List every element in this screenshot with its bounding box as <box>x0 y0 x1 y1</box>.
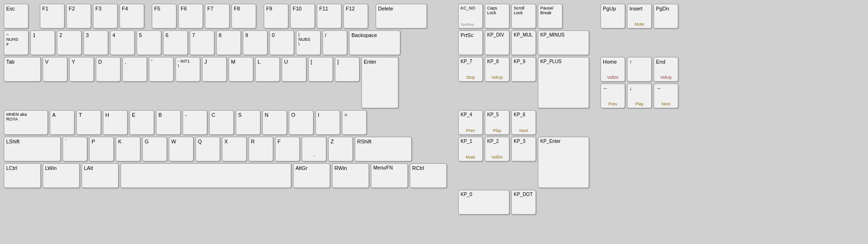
key-g[interactable]: G <box>142 137 167 161</box>
key-y[interactable]: Y <box>69 57 94 82</box>
key-m[interactable]: M <box>229 57 253 82</box>
key-int1[interactable]: - INT1 \ <box>175 57 200 82</box>
key-kcno[interactable]: KC_NO SysReq <box>458 4 483 28</box>
key-1[interactable]: 1 <box>30 30 55 55</box>
key-q[interactable]: Q <box>195 137 220 161</box>
key-f7[interactable]: F7 <box>205 4 230 28</box>
key-2[interactable]: 2 <box>57 30 82 55</box>
key-enter[interactable]: Enter <box>361 57 398 108</box>
key-6[interactable]: 6 <box>163 30 188 55</box>
key-f9[interactable]: F9 <box>264 4 288 28</box>
key-capslock[interactable]: Caps Lock <box>485 4 509 28</box>
key-kp3[interactable]: KP_3 <box>511 137 536 161</box>
key-f[interactable]: F <box>275 137 300 161</box>
key-o[interactable]: O <box>289 110 314 135</box>
key-kp-enter[interactable]: KP_Enter <box>538 137 589 188</box>
key-s[interactable]: S <box>236 110 260 135</box>
key-f8[interactable]: F8 <box>231 4 256 28</box>
key-delete[interactable]: Delete <box>376 4 427 28</box>
key-a[interactable]: A <box>50 110 74 135</box>
key-home[interactable]: Home VolDn <box>600 57 625 82</box>
key-nubs[interactable]: | NUBS \ <box>296 30 321 55</box>
key-slash[interactable]: / <box>323 30 347 55</box>
key-f11[interactable]: F11 <box>317 4 342 28</box>
key-8[interactable]: 8 <box>216 30 241 55</box>
key-esc[interactable]: Esc <box>4 4 28 28</box>
key-r[interactable]: R <box>249 137 273 161</box>
key-7[interactable]: 7 <box>190 30 214 55</box>
key-b[interactable]: B <box>156 110 181 135</box>
key-e[interactable]: E <box>129 110 154 135</box>
key-comma[interactable]: , <box>122 57 147 82</box>
key-backtick[interactable]: ` <box>63 137 87 161</box>
key-kp-div[interactable]: KP_DIV <box>485 30 509 55</box>
key-kp7[interactable]: KP_7 Stop <box>458 57 483 82</box>
key-pgup[interactable]: PgUp <box>600 4 625 28</box>
key-5[interactable]: 5 <box>137 30 161 55</box>
key-f5[interactable]: F5 <box>152 4 176 28</box>
key-backspace[interactable]: Backspace <box>349 30 400 55</box>
key-tab[interactable]: Tab <box>4 57 41 82</box>
key-l[interactable]: L <box>255 57 280 82</box>
key-kp1[interactable]: KP_1 Mute <box>458 137 483 161</box>
key-kp-mul[interactable]: KP_MUL <box>511 30 536 55</box>
key-f4[interactable]: F4 <box>120 4 144 28</box>
key-mhen[interactable]: MHEN aka ROYA <box>4 110 48 135</box>
key-equals[interactable]: = <box>342 110 367 135</box>
key-i[interactable]: I <box>315 110 340 135</box>
key-lwin[interactable]: LWin <box>43 163 80 188</box>
key-altgr[interactable]: AltGr <box>293 163 330 188</box>
key-f3[interactable]: F3 <box>93 4 118 28</box>
key-c[interactable]: C <box>209 110 234 135</box>
key-dash-mid[interactable]: - <box>183 110 207 135</box>
key-f1[interactable]: F1 <box>40 4 65 28</box>
key-d[interactable]: D <box>96 57 120 82</box>
key-lctrl[interactable]: LCtrl <box>4 163 41 188</box>
key-tilde-nuhs[interactable]: ~ NUHS # <box>4 30 28 55</box>
key-x[interactable]: X <box>222 137 247 161</box>
key-f2[interactable]: F2 <box>66 4 91 28</box>
key-4[interactable]: 4 <box>110 30 135 55</box>
key-kp9[interactable]: KP_9 <box>511 57 536 82</box>
key-z[interactable]: Z <box>328 137 353 161</box>
key-kp4[interactable]: KP_4 Prev <box>458 110 483 135</box>
key-0[interactable]: 0 <box>269 30 294 55</box>
key-pause-break[interactable]: Pause/ Break <box>538 4 563 28</box>
key-9[interactable]: 9 <box>243 30 268 55</box>
key-kpdot[interactable]: KP_DOT <box>511 190 536 215</box>
key-up-arrow[interactable]: ↑ <box>627 57 652 82</box>
key-t[interactable]: T <box>76 110 101 135</box>
key-close-bracket[interactable]: ] <box>335 57 360 82</box>
key-kp-minus[interactable]: KP_MINUS <box>538 30 589 55</box>
key-insert[interactable]: Insert Mute <box>627 4 652 28</box>
key-f10[interactable]: F10 <box>290 4 315 28</box>
key-down-arrow[interactable]: ↓ Play <box>627 84 652 108</box>
key-n[interactable]: N <box>262 110 287 135</box>
key-right-arrow[interactable]: → Next <box>654 84 678 108</box>
key-3[interactable]: 3 <box>83 30 108 55</box>
key-scrolllock[interactable]: Scroll Lock <box>511 4 536 28</box>
key-h[interactable]: H <box>103 110 128 135</box>
key-u[interactable]: U <box>282 57 306 82</box>
key-lalt[interactable]: LAlt <box>82 163 119 188</box>
key-kp-plus[interactable]: KP_PLUS <box>538 57 589 108</box>
key-j[interactable]: J <box>202 57 227 82</box>
key-kp0[interactable]: KP_0 <box>458 190 509 215</box>
key-rwin[interactable]: RWin <box>332 163 369 188</box>
key-prtsc[interactable]: PrtSc <box>458 30 483 55</box>
key-w[interactable]: W <box>169 137 194 161</box>
key-f12[interactable]: F12 <box>343 4 368 28</box>
key-menu[interactable]: Menu/FN <box>371 163 408 188</box>
key-rshift[interactable]: RShift <box>355 137 412 161</box>
key-lshift[interactable]: LShift <box>4 137 61 161</box>
key-period[interactable]: . <box>302 137 326 161</box>
key-v[interactable]: V <box>43 57 67 82</box>
key-left-arrow[interactable]: ← Prev <box>600 84 625 108</box>
key-p[interactable]: P <box>89 137 114 161</box>
key-open-bracket[interactable]: [ <box>308 57 333 82</box>
key-rctrl[interactable]: RCtrl <box>410 163 447 188</box>
key-kp6[interactable]: KP_6 Next <box>511 110 536 135</box>
key-k[interactable]: K <box>116 137 140 161</box>
key-kp8[interactable]: KP_8 VolUp <box>485 57 509 82</box>
key-space[interactable] <box>120 163 291 188</box>
